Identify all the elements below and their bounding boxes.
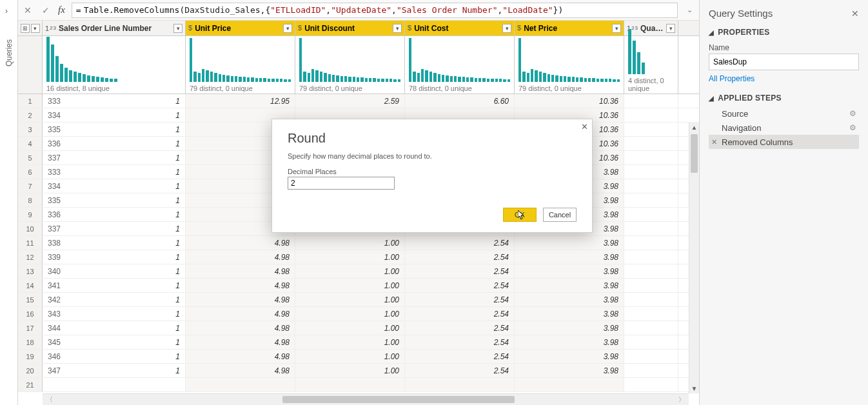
cell[interactable]: 12.95 [186,94,295,108]
cell[interactable]: 3.98 [515,321,624,335]
table-row[interactable]: 1934614.981.002.543.98 [18,350,699,364]
cell[interactable] [624,236,678,250]
table-row[interactable]: 1333112.952.596.6010.36 [18,94,699,108]
cell[interactable]: 4.98 [186,264,295,278]
row-number[interactable]: 14 [18,279,43,292]
ok-button[interactable]: OK [503,208,537,222]
row-number[interactable]: 17 [18,321,43,335]
cell[interactable] [405,378,515,391]
gear-icon[interactable]: ⚙ [849,109,856,118]
cell[interactable]: 1.00 [295,364,405,377]
cell[interactable]: 10.36 [515,94,624,108]
cancel-button[interactable]: Cancel [543,208,577,222]
cell[interactable]: 3431 [43,307,186,321]
cell[interactable]: 1.00 [295,264,405,278]
cell[interactable] [624,208,678,221]
fx-icon[interactable]: fx [58,5,65,15]
cell[interactable] [624,193,678,207]
row-number[interactable]: 10 [18,222,43,235]
cell[interactable] [624,293,678,306]
cell[interactable]: 4.98 [186,364,295,377]
cell[interactable]: 3331 [43,94,186,108]
row-number[interactable]: 12 [18,250,43,264]
column-filter-icon[interactable]: ▾ [283,24,292,33]
cell[interactable] [624,364,678,377]
cell[interactable]: 3.98 [515,236,624,250]
applied-step-1[interactable]: Navigation⚙ [709,121,859,135]
column-profile-2[interactable]: 79 distinct, 0 unique [295,36,405,94]
column-profile-5[interactable]: 4 distinct, 0 unique [624,36,678,94]
scroll-left-icon[interactable]: 〈 [43,395,57,404]
cell[interactable] [624,94,678,108]
cell[interactable] [624,264,678,278]
cell[interactable]: 3391 [43,250,186,264]
cell[interactable]: 3.98 [515,279,624,292]
column-filter-icon[interactable]: ▾ [502,24,511,33]
cell[interactable]: 3.98 [515,307,624,321]
cell[interactable]: 2.54 [405,307,515,321]
cell[interactable] [624,108,678,122]
table-corner[interactable]: ⊞▾ [18,21,43,35]
delete-step-icon[interactable]: ✕ [711,138,717,146]
row-number[interactable]: 4 [18,137,43,150]
cell[interactable]: 2.54 [405,293,515,306]
cell[interactable]: 3361 [43,208,186,221]
cell[interactable]: 4.98 [186,321,295,335]
cell[interactable]: 4.98 [186,279,295,292]
cell[interactable]: 4.98 [186,307,295,321]
row-number[interactable]: 20 [18,364,43,377]
column-profile-4[interactable]: 79 distinct, 0 unique [515,36,624,94]
row-number[interactable]: 19 [18,350,43,363]
scroll-up-icon[interactable]: ▲ [689,124,699,131]
cell[interactable]: 3401 [43,264,186,278]
cell[interactable]: 2.54 [405,264,515,278]
row-number[interactable]: 6 [18,165,43,179]
cell[interactable]: 2.54 [405,335,515,349]
cell[interactable]: 2.54 [405,350,515,363]
cell[interactable] [624,151,678,164]
cell[interactable]: 3351 [43,123,186,136]
cell[interactable]: 1.00 [295,350,405,363]
row-number[interactable]: 15 [18,293,43,306]
column-header-0[interactable]: 123Sales Order Line Number▾ [43,21,186,35]
row-number[interactable]: 2 [18,108,43,122]
column-profile-3[interactable]: 78 distinct, 0 unique [405,36,515,94]
cell[interactable]: 4.98 [186,236,295,250]
cell[interactable]: 4.98 [186,350,295,363]
applied-steps-header[interactable]: ◢ APPLIED STEPS [709,94,859,103]
scroll-right-icon[interactable]: 〉 [675,395,689,404]
cell[interactable]: 3.98 [515,250,624,264]
table-row[interactable]: 1434114.981.002.543.98 [18,279,699,293]
scroll-thumb-horizontal[interactable] [282,396,515,403]
cell[interactable]: 3331 [43,165,186,179]
table-row[interactable]: 1233914.981.002.543.98 [18,250,699,264]
cell[interactable]: 1.00 [295,293,405,306]
cell[interactable] [624,123,678,136]
row-number[interactable]: 13 [18,264,43,278]
cell[interactable]: 3371 [43,222,186,235]
cell[interactable]: 1.00 [295,335,405,349]
query-name-input[interactable] [709,54,859,70]
cell[interactable] [624,250,678,264]
cell[interactable]: 3.98 [515,364,624,377]
applied-step-2[interactable]: ✕Removed Columns [709,135,859,149]
cell[interactable]: 3451 [43,335,186,349]
cell[interactable] [624,165,678,179]
cell[interactable] [624,350,678,363]
column-profile-1[interactable]: 79 distinct, 0 unique [186,36,295,94]
cell[interactable]: 3421 [43,293,186,306]
table-row[interactable]: 1834514.981.002.543.98 [18,335,699,350]
cell[interactable]: 3.98 [515,350,624,363]
column-profile-0[interactable]: 16 distinct, 8 unique [43,36,186,94]
column-header-4[interactable]: $Net Price▾ [515,21,624,35]
cell[interactable]: 2.54 [405,250,515,264]
cell[interactable]: 3341 [43,108,186,122]
column-header-2[interactable]: $Unit Discount▾ [295,21,405,35]
cell[interactable]: 2.54 [405,364,515,377]
table-row[interactable]: 21 [18,378,699,392]
cell[interactable] [295,378,405,391]
properties-header[interactable]: ◢ PROPERTIES [709,28,859,37]
row-number[interactable]: 18 [18,335,43,349]
cell[interactable]: 4.98 [186,293,295,306]
cell[interactable] [624,279,678,292]
